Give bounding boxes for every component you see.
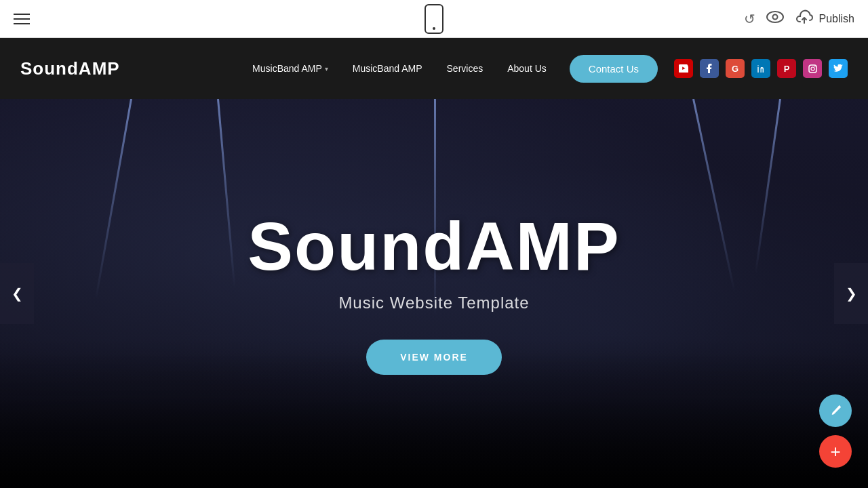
toolbar-center [425, 4, 443, 34]
svg-point-4 [814, 66, 816, 67]
phone-icon[interactable] [425, 4, 443, 34]
hero-arrow-left[interactable]: ❮ [0, 263, 34, 324]
publish-button[interactable]: Publish [795, 9, 854, 28]
nav-item-services[interactable]: Services [437, 58, 493, 79]
svg-point-0 [767, 12, 783, 22]
twitter-icon[interactable] [829, 59, 848, 78]
youtube-icon[interactable] [674, 59, 693, 78]
linkedin-icon[interactable] [751, 59, 770, 78]
nav-links: MusicBand AMP ▾ MusicBand AMP Services A… [243, 58, 556, 79]
contact-button[interactable]: Contact Us [570, 55, 658, 83]
toolbar-right: ↺ Publish [744, 9, 854, 28]
site-nav: SoundAMP MusicBand AMP ▾ MusicBand AMP S… [0, 38, 868, 99]
add-fab-button[interactable]: + [819, 435, 852, 468]
publish-label: Publish [819, 13, 854, 25]
phone-dot [433, 27, 435, 30]
stage-light-1 [95, 99, 132, 300]
hero-arrow-right[interactable]: ❯ [834, 263, 868, 324]
instagram-icon[interactable] [803, 59, 822, 78]
google-icon[interactable]: G [726, 59, 745, 78]
hero-section: ❮ SoundAMP Music Website Template VIEW M… [0, 99, 868, 488]
hero-content: SoundAMP Music Website Template VIEW MOR… [248, 212, 620, 375]
edit-fab-button[interactable] [819, 394, 852, 427]
social-icons: G P [674, 59, 848, 78]
stage-light-5 [755, 99, 781, 274]
pinterest-icon[interactable]: P [777, 59, 796, 78]
svg-point-3 [811, 67, 814, 70]
nav-item-musicband-2[interactable]: MusicBand AMP [343, 58, 432, 79]
nav-item-musicband-1[interactable]: MusicBand AMP ▾ [243, 58, 338, 79]
nav-item-about[interactable]: About Us [498, 58, 556, 79]
stage-light-4 [692, 99, 735, 291]
cloud-upload-icon [795, 9, 814, 28]
dropdown-arrow-1: ▾ [325, 65, 328, 73]
toolbar-left [14, 14, 30, 24]
svg-point-1 [772, 15, 777, 20]
stage-light-2 [217, 99, 235, 288]
fab-container: + [819, 394, 852, 468]
hero-subtitle: Music Website Template [248, 293, 620, 312]
view-more-button[interactable]: VIEW MORE [366, 340, 502, 375]
facebook-icon[interactable] [700, 59, 719, 78]
hamburger-icon[interactable] [14, 14, 30, 24]
eye-icon[interactable] [766, 11, 784, 26]
undo-icon[interactable]: ↺ [744, 11, 755, 27]
toolbar: ↺ Publish [0, 0, 868, 38]
site-logo: SoundAMP [20, 58, 120, 79]
hero-title: SoundAMP [248, 212, 620, 280]
